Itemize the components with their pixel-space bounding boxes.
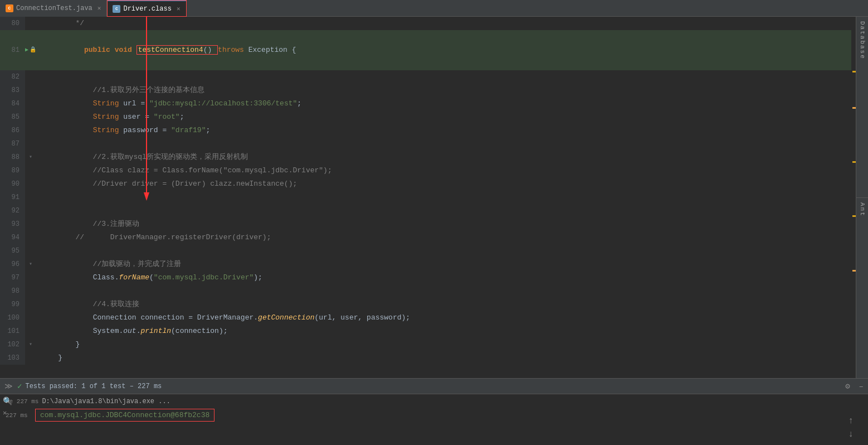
line-content-85: String user = "root"; bbox=[36, 110, 868, 124]
line-content-83: //1.获取另外三个连接的基本信息 bbox=[36, 84, 868, 97]
line-num-97: 97 bbox=[0, 271, 25, 284]
code-line-97: 97 Class.forName("com.mysql.jdbc.Driver"… bbox=[0, 271, 868, 284]
database-sidebar-label: Database bbox=[859, 21, 866, 60]
line-num-85: 85 bbox=[0, 110, 25, 124]
method-name-box: testConnection4() bbox=[136, 45, 218, 55]
cmd-text: D:\Java\java1.8\bin\java.exe ... bbox=[42, 398, 170, 405]
line-num-89: 89 bbox=[0, 164, 25, 177]
tab-driver-class[interactable]: C Driver.class ✕ bbox=[107, 0, 186, 17]
tab-label-connection-test: ConnectionTest.java bbox=[16, 4, 92, 12]
line-content-80: */ bbox=[36, 17, 868, 30]
line-num-84: 84 bbox=[0, 97, 25, 110]
tab-connection-test[interactable]: C ConnectionTest.java ✕ bbox=[0, 0, 107, 17]
line-content-97: Class.forName("com.mysql.jdbc.Driver"); bbox=[36, 271, 868, 284]
string-type-86: String bbox=[93, 126, 119, 134]
code-line-88: 88 ▾ //2.获取mysql所实现的驱动类，采用反射机制 bbox=[0, 151, 868, 164]
line-num-91: 91 bbox=[0, 191, 25, 204]
tab-label-driver-class: Driver.class bbox=[123, 5, 171, 13]
test-status-text: Tests passed: 1 of 1 test – 227 ms bbox=[25, 383, 162, 390]
line-content-98 bbox=[36, 284, 868, 298]
line-num-99: 99 bbox=[0, 298, 25, 311]
code-line-80: 80 */ bbox=[0, 17, 868, 30]
line-num-80: 80 bbox=[0, 17, 25, 30]
lock-icon: 🔒 bbox=[30, 43, 36, 57]
code-editor: 80 */ 81 ▶ 🔒 public void testConnection4… bbox=[0, 17, 868, 378]
line-num-100: 100 bbox=[0, 311, 25, 325]
output-row: 227 ms com.mysql.jdbc.JDBC4Connection@68… bbox=[0, 407, 868, 424]
gutter-102: ▾ bbox=[25, 338, 36, 351]
check-icon: ✓ bbox=[17, 381, 22, 391]
code-line-103: 103 } bbox=[0, 351, 868, 365]
code-line-101: 101 System.out.println(connection); bbox=[0, 325, 868, 338]
down-arrow-icon[interactable]: ↓ bbox=[848, 429, 854, 439]
test-status: ✓ Tests passed: 1 of 1 test – 227 ms bbox=[17, 381, 162, 391]
code-line-91: 91 bbox=[0, 191, 868, 204]
driver-class-string: "com.mysql.jdbc.Driver" bbox=[154, 273, 253, 282]
output-value: com.mysql.jdbc.JDBC4Connection@68fb2c38 bbox=[40, 411, 209, 419]
code-line-86: 86 String password = "draf19"; bbox=[0, 124, 868, 137]
line-content-90: //Driver driver = (Driver) clazz.newInst… bbox=[36, 177, 868, 191]
line-num-95: 95 bbox=[0, 244, 25, 258]
line-num-93: 93 bbox=[0, 217, 25, 231]
line-num-101: 101 bbox=[0, 325, 25, 338]
url-value: "jdbc:mysql://localhost:3306/test" bbox=[149, 99, 297, 108]
line-content-93: //3.注册驱动 bbox=[36, 217, 868, 231]
string-type-85: String bbox=[93, 113, 119, 121]
line-content-84: String url = "jdbc:mysql://localhost:330… bbox=[36, 97, 868, 110]
up-arrow-icon[interactable]: ↑ bbox=[848, 416, 854, 426]
code-line-89: 89 //Class clazz = Class.forName("com.my… bbox=[0, 164, 868, 177]
line-content-92 bbox=[36, 204, 868, 217]
nav-icons: ↑ ↓ bbox=[848, 416, 854, 439]
close-tab-connection-test[interactable]: ✕ bbox=[97, 4, 101, 12]
line-content-103: } bbox=[36, 351, 868, 365]
collapse-icon-bottom[interactable]: ✕ bbox=[3, 409, 7, 417]
paren-open: () bbox=[203, 46, 216, 54]
fold-icon-88[interactable]: ▾ bbox=[29, 151, 32, 164]
line-content-101: System.out.println(connection); bbox=[36, 325, 868, 338]
line-content-99: //4.获取连接 bbox=[36, 298, 868, 311]
for-name-method: forName bbox=[119, 273, 149, 282]
search-icon-bottom[interactable]: 🔍 bbox=[3, 396, 12, 406]
output-value-box: com.mysql.jdbc.JDBC4Connection@68fb2c38 bbox=[35, 409, 214, 422]
code-line-92: 92 bbox=[0, 204, 868, 217]
ant-sidebar-label: Ant bbox=[859, 202, 866, 217]
gutter-96: ▾ bbox=[25, 258, 36, 271]
code-line-99: 99 //4.获取连接 bbox=[0, 298, 868, 311]
line-num-102: 102 bbox=[0, 338, 25, 351]
java-file-icon: C bbox=[6, 4, 13, 12]
line-num-87: 87 bbox=[0, 137, 25, 151]
code-line-102: 102 ▾ } bbox=[0, 338, 868, 351]
connection-class: Connection bbox=[93, 313, 136, 322]
line-num-83: 83 bbox=[0, 84, 25, 97]
ant-sidebar[interactable]: Ant bbox=[856, 197, 868, 373]
driver-manager-class: DriverManager. bbox=[197, 313, 258, 322]
close-tab-driver-class[interactable]: ✕ bbox=[177, 5, 181, 12]
run-icon[interactable]: ▶ bbox=[25, 43, 28, 57]
line-num-92: 92 bbox=[0, 204, 25, 217]
code-line-94: 94 // DriverManager.registerDriver(drive… bbox=[0, 231, 868, 244]
line-num-82: 82 bbox=[0, 70, 25, 84]
println-method: println bbox=[140, 327, 171, 335]
line-content-91 bbox=[36, 191, 868, 204]
expand-icon[interactable]: ≫ bbox=[4, 381, 13, 391]
get-connection-method: getConnection bbox=[258, 313, 314, 322]
fold-icon-96[interactable]: ▾ bbox=[29, 258, 32, 271]
minimize-icon-toolbar[interactable]: – bbox=[859, 382, 864, 391]
line-num-94: 94 bbox=[0, 231, 25, 244]
code-line-93: 93 //3.注册驱动 bbox=[0, 217, 868, 231]
line-num-90: 90 bbox=[0, 177, 25, 191]
code-line-98: 98 bbox=[0, 284, 868, 298]
bottom-toolbar: ≫ ✓ Tests passed: 1 of 1 test – 227 ms ⚙… bbox=[0, 379, 868, 394]
fold-icon-102[interactable]: ▾ bbox=[29, 338, 32, 351]
line-num-88: 88 bbox=[0, 151, 25, 164]
cmd-line: ne 227 ms D:\Java\java1.8\bin\java.exe .… bbox=[0, 396, 868, 407]
code-lines: 80 */ 81 ▶ 🔒 public void testConnection4… bbox=[0, 17, 868, 365]
gear-icon-toolbar[interactable]: ⚙ bbox=[845, 381, 850, 391]
line-num-81: 81 bbox=[0, 43, 25, 57]
void-kw: void bbox=[115, 46, 136, 54]
code-line-85: 85 String user = "root"; bbox=[0, 110, 868, 124]
line-content-86: String password = "draf19"; bbox=[36, 124, 868, 137]
code-line-95: 95 bbox=[0, 244, 868, 258]
code-line-87: 87 bbox=[0, 137, 868, 151]
line-content-94: // DriverManager.registerDriver(driver); bbox=[36, 231, 868, 244]
